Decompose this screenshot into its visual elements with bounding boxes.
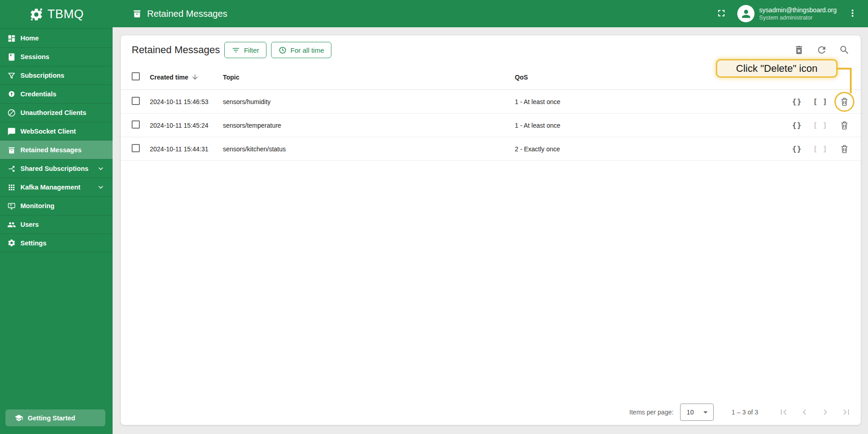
sidebar-item-label: Retained Messages [20, 146, 82, 154]
topbar: Retained Messages sysadmin@thingsboard.o… [113, 0, 868, 27]
page-title: Retained Messages [132, 44, 220, 56]
sidebar-item-unauthorized-clients[interactable]: Unauthorized Clients [0, 103, 113, 122]
sidebar-item-credentials[interactable]: Credentials [0, 85, 113, 103]
user-properties-button[interactable]: [ ] [813, 97, 828, 106]
dashboard-icon [7, 34, 16, 43]
topic-cell: sensors/temperature [223, 122, 515, 129]
app-title: TBMQ [48, 7, 84, 21]
user-menu[interactable]: sysadmin@thingsboard.org System administ… [737, 5, 837, 22]
sidebar-item-label: Sessions [20, 53, 49, 60]
table-header-row: Created time Topic QoS [121, 65, 861, 90]
topbar-title-group: Retained Messages [132, 9, 227, 19]
sidebar-item-label: Kafka Management [20, 184, 80, 191]
paginator: Items per page: 10 1 – 3 of 3 [121, 399, 861, 425]
more-menu-button[interactable] [847, 8, 858, 20]
delete-button[interactable] [839, 144, 850, 155]
row-checkbox[interactable] [132, 97, 140, 105]
first-page-icon [778, 412, 789, 419]
sidebar-nav: HomeSessionsSubscriptionsCredentialsUnau… [0, 29, 113, 252]
sidebar-item-users[interactable]: Users [0, 215, 113, 234]
delete-button[interactable] [839, 96, 850, 107]
created-time-header-label: Created time [150, 74, 188, 81]
retained-messages-icon [132, 9, 142, 19]
sidebar-item-monitoring[interactable]: Monitoring [0, 196, 113, 215]
sidebar-item-label: Shared Subscriptions [20, 165, 89, 172]
delete-icon [839, 102, 850, 109]
delete-icon [839, 149, 850, 156]
credentials-icon [7, 90, 16, 99]
filter-button[interactable]: Filter [224, 42, 266, 58]
previous-page-button[interactable] [799, 407, 810, 418]
time-range-button[interactable]: For all time [271, 42, 331, 58]
refresh-icon [816, 50, 827, 57]
table-row[interactable]: 2024-10-11 15:46:53sensors/humidity1 - A… [121, 90, 861, 114]
chat-icon [7, 127, 16, 136]
sidebar-item-label: Home [20, 35, 39, 42]
delete-button[interactable] [839, 120, 850, 131]
delete-icon [839, 125, 850, 132]
delete-all-icon [794, 50, 804, 57]
topic-cell: sensors/kitchen/status [223, 145, 515, 153]
sidebar-item-kafka-management[interactable]: Kafka Management [0, 178, 113, 196]
sidebar-item-label: Monitoring [20, 202, 54, 210]
archive-icon [7, 146, 16, 155]
filter-label: Filter [244, 46, 259, 54]
last-page-icon [841, 412, 852, 419]
search-button[interactable] [839, 45, 850, 55]
created-time-cell: 2024-10-11 15:45:24 [150, 122, 223, 129]
filter-icon [232, 46, 240, 55]
user-email: sysadmin@thingsboard.org [759, 6, 837, 14]
column-header-created-time[interactable]: Created time [150, 73, 223, 81]
first-page-button[interactable] [778, 407, 789, 418]
show-payload-button[interactable]: {} [792, 97, 802, 106]
sidebar-item-retained-messages[interactable]: Retained Messages [0, 140, 113, 159]
retained-messages-card: Retained Messages Filter For all time Cr… [121, 35, 861, 425]
show-payload-button[interactable]: {} [792, 145, 802, 153]
sidebar-item-sessions[interactable]: Sessions [0, 47, 113, 66]
table-row[interactable]: 2024-10-11 15:44:31sensors/kitchen/statu… [121, 137, 861, 161]
graduation-cap-icon [15, 414, 23, 422]
page-size-select[interactable]: 10 [680, 404, 714, 421]
sidebar-item-label: Settings [20, 239, 46, 247]
tbmq-logo-icon [29, 7, 44, 22]
row-checkbox[interactable] [132, 144, 140, 152]
people-icon [7, 220, 16, 229]
delete-all-button[interactable] [794, 45, 804, 55]
funnel-icon [7, 71, 16, 80]
qos-cell: 1 - At least once [515, 98, 782, 105]
sidebar-item-settings[interactable]: Settings [0, 234, 113, 252]
more-vert-icon [847, 13, 858, 20]
getting-started-button[interactable]: Getting Started [5, 409, 105, 426]
user-properties-button[interactable]: [ ] [813, 145, 828, 153]
sort-arrow-down-icon [191, 73, 199, 81]
table-row[interactable]: 2024-10-11 15:45:24sensors/temperature1 … [121, 114, 861, 137]
dropdown-arrow-icon [700, 407, 710, 417]
tbmq-logo[interactable]: TBMQ [0, 0, 113, 29]
last-page-button[interactable] [841, 407, 852, 418]
fullscreen-button[interactable] [715, 8, 727, 20]
sidebar-item-label: Credentials [20, 90, 56, 98]
chevron-down-icon [96, 164, 105, 173]
page-range-label: 1 – 3 of 3 [732, 409, 758, 416]
sidebar-item-shared-subscriptions[interactable]: Shared Subscriptions [0, 159, 113, 178]
next-page-button[interactable] [820, 407, 831, 418]
refresh-button[interactable] [816, 45, 827, 55]
items-per-page-label: Items per page: [629, 409, 673, 416]
content-area: Retained Messages Filter For all time Cr… [113, 27, 868, 434]
topic-cell: sensors/humidity [223, 98, 515, 105]
sidebar-item-label: Subscriptions [20, 72, 64, 79]
user-properties-button[interactable]: [ ] [813, 121, 828, 130]
column-header-qos: QoS [515, 74, 782, 81]
sidebar-item-home[interactable]: Home [0, 29, 113, 47]
sidebar-item-subscriptions[interactable]: Subscriptions [0, 66, 113, 85]
row-checkbox[interactable] [132, 120, 140, 129]
table-body: 2024-10-11 15:46:53sensors/humidity1 - A… [121, 90, 861, 161]
fullscreen-icon [716, 13, 727, 20]
show-payload-button[interactable]: {} [792, 121, 802, 130]
chevron-right-icon [820, 412, 831, 419]
column-header-topic: Topic [223, 74, 515, 81]
sidebar-item-label: WebSocket Client [20, 128, 76, 135]
sidebar-item-websocket-client[interactable]: WebSocket Client [0, 122, 113, 140]
qos-cell: 1 - At least once [515, 122, 782, 129]
select-all-checkbox[interactable] [132, 72, 140, 80]
